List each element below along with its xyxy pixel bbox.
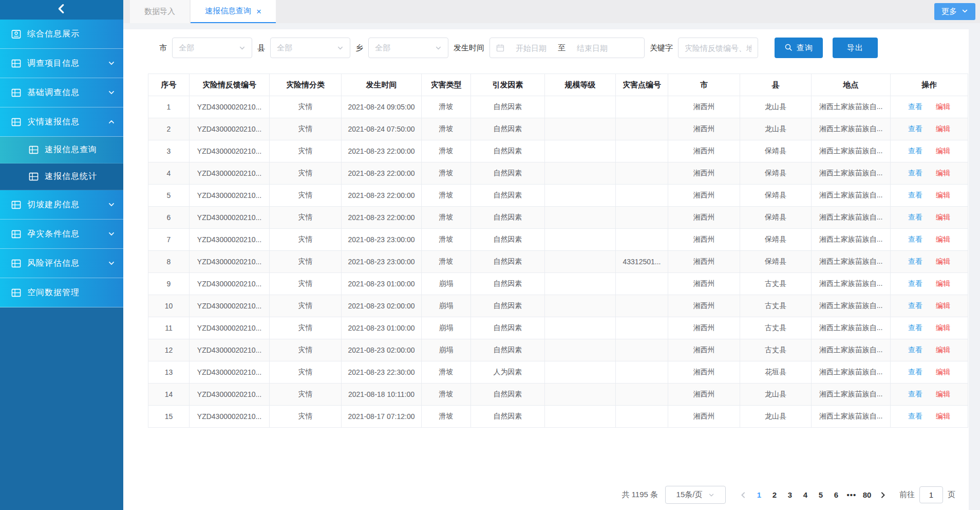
sidebar-menu: 综合信息展示调查项目信息基础调查信息灾情速报信息速报信息查询速报信息统计切坡建房… [0, 20, 123, 307]
table-cell: 4 [148, 162, 190, 185]
edit-link[interactable]: 编辑 [936, 345, 950, 354]
sidebar-item[interactable]: 调查项目信息 [0, 49, 123, 78]
sidebar-item[interactable]: 切坡建房信息 [0, 190, 123, 220]
next-page-button[interactable] [875, 487, 891, 503]
edit-link[interactable]: 编辑 [936, 323, 950, 332]
tab[interactable]: 速报信息查询× [191, 0, 276, 23]
actions-cell: 查看编辑 [891, 185, 968, 207]
end-date-input[interactable] [569, 44, 616, 52]
view-link[interactable]: 查看 [908, 257, 922, 265]
view-link[interactable]: 查看 [908, 147, 922, 155]
edit-link[interactable]: 编辑 [936, 235, 950, 243]
sidebar-item[interactable]: 孕灾条件信息 [0, 220, 123, 249]
date-range-picker[interactable]: 至 [489, 38, 645, 58]
table-cell: 滑坡 [422, 96, 471, 118]
county-select-value: 全部 [277, 43, 292, 53]
sidebar-subitem[interactable]: 速报信息查询 [0, 137, 123, 163]
edit-link[interactable]: 编辑 [936, 169, 950, 177]
table-cell: 自然因素 [471, 339, 545, 361]
view-link[interactable]: 查看 [908, 213, 922, 221]
export-button[interactable]: 导出 [833, 38, 878, 58]
table-cell: 灾情 [270, 317, 342, 339]
edit-link[interactable]: 编辑 [936, 257, 950, 265]
town-select-value: 全部 [375, 43, 390, 53]
table-cell: 7 [148, 229, 190, 251]
view-link[interactable]: 查看 [908, 235, 922, 243]
page-number[interactable]: 6 [828, 487, 844, 503]
chevron-down-icon [108, 60, 115, 67]
sidebar-subitem[interactable]: 速报信息统计 [0, 163, 123, 190]
table-cell: 湘西土家族苗族自... [812, 251, 891, 273]
edit-link[interactable]: 编辑 [936, 301, 950, 309]
table-cell: 滑坡 [422, 251, 471, 273]
sidebar-item[interactable]: 综合信息展示 [0, 20, 123, 49]
page-number-last[interactable]: 80 [859, 487, 875, 503]
table-cell: YZD43000020210... [190, 339, 270, 361]
view-link[interactable]: 查看 [908, 191, 922, 199]
table-row: 6YZD43000020210...灾情2021-08-23 22:00:00滑… [148, 207, 968, 229]
edit-link[interactable]: 编辑 [936, 147, 950, 155]
chevron-down-icon [962, 7, 968, 16]
start-date-input[interactable] [507, 44, 555, 52]
view-link[interactable]: 查看 [908, 345, 922, 354]
city-select[interactable]: 全部 [172, 38, 252, 58]
search-button[interactable]: 查询 [775, 38, 823, 58]
table-cell: 龙山县 [740, 118, 812, 140]
view-link[interactable]: 查看 [908, 323, 922, 332]
edit-link[interactable]: 编辑 [936, 279, 950, 287]
edit-link[interactable]: 编辑 [936, 124, 950, 133]
edit-link[interactable]: 编辑 [936, 191, 950, 199]
table-cell: YZD43000020210... [190, 118, 270, 140]
view-link[interactable]: 查看 [908, 169, 922, 177]
table-cell: 9 [148, 273, 190, 295]
table-cell: 灾情 [270, 295, 342, 317]
edit-link[interactable]: 编辑 [936, 213, 950, 221]
keyword-input[interactable] [678, 38, 758, 58]
sidebar-item[interactable]: 空间数据管理 [0, 278, 123, 307]
page-number[interactable]: 4 [798, 487, 813, 503]
view-link[interactable]: 查看 [908, 368, 922, 376]
view-link[interactable]: 查看 [908, 102, 922, 111]
view-link[interactable]: 查看 [908, 301, 922, 309]
view-link[interactable]: 查看 [908, 390, 922, 398]
county-select[interactable]: 全部 [270, 38, 350, 58]
prev-page-button[interactable] [735, 487, 751, 503]
column-header: 地点 [812, 74, 891, 96]
tab[interactable]: 数据导入 [130, 0, 190, 23]
table-body: 1YZD43000020210...灾情2021-08-24 09:05:00滑… [148, 96, 968, 428]
page-size-select[interactable]: 15条/页 [665, 486, 726, 504]
sidebar-item[interactable]: 风险评估信息 [0, 249, 123, 278]
edit-link[interactable]: 编辑 [936, 102, 950, 111]
table-cell: 滑坡 [422, 185, 471, 207]
view-link[interactable]: 查看 [908, 279, 922, 287]
search-icon [784, 43, 793, 53]
sidebar-collapse-button[interactable] [0, 0, 123, 20]
view-link[interactable]: 查看 [908, 412, 922, 420]
sidebar-subitem-label: 速报信息查询 [45, 144, 123, 155]
page-number[interactable]: 5 [813, 487, 828, 503]
page-number[interactable]: 3 [782, 487, 798, 503]
close-icon[interactable]: × [256, 7, 261, 16]
edit-link[interactable]: 编辑 [936, 412, 950, 420]
table-cell: 自然因素 [471, 251, 545, 273]
table-cell: 自然因素 [471, 162, 545, 185]
table-cell: 15 [148, 406, 190, 428]
tabs-container: 数据导入速报信息查询× [130, 0, 276, 23]
table-cell: 5 [148, 185, 190, 207]
city-select-value: 全部 [179, 43, 194, 53]
more-button[interactable]: 更多 [934, 3, 975, 20]
page-number[interactable]: 2 [767, 487, 782, 503]
chevron-down-icon [108, 89, 115, 96]
page-number[interactable]: 1 [751, 487, 767, 503]
sidebar-item[interactable]: 灾情速报信息 [0, 107, 123, 137]
view-link[interactable]: 查看 [908, 124, 922, 133]
table-cell: 自然因素 [471, 140, 545, 162]
sidebar-item[interactable]: 基础调查信息 [0, 78, 123, 107]
pagination-ellipsis[interactable]: ••• [844, 490, 859, 499]
goto-page-input[interactable] [919, 486, 943, 503]
town-select[interactable]: 全部 [368, 38, 448, 58]
table-cell: 湘西州 [668, 162, 740, 185]
edit-link[interactable]: 编辑 [936, 368, 950, 376]
table-cell [616, 317, 668, 339]
edit-link[interactable]: 编辑 [936, 390, 950, 398]
